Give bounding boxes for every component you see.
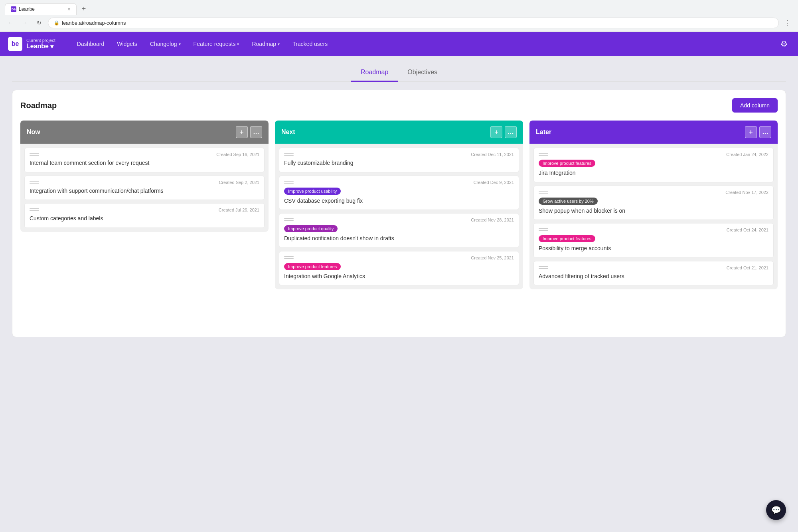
card-now-1-title: Internal team comment section for every … [30, 159, 259, 167]
back-button[interactable]: ← [5, 17, 16, 28]
tab-objectives[interactable]: Objectives [398, 64, 447, 82]
nav-roadmap[interactable]: Roadmap ▾ [246, 38, 285, 50]
card-later-3-title: Possibility to merge accounts [539, 245, 768, 253]
card-later-4-title: Advanced filtering of tracked users [539, 273, 768, 281]
card-later-3-tag: Improve product features [539, 235, 595, 242]
nav-changelog[interactable]: Changelog ▾ [144, 38, 186, 50]
project-chevron-icon: ▾ [50, 43, 53, 50]
drag-handle [284, 256, 294, 259]
browser-address-bar: ← → ↻ 🔒 leanbe.ai/roadmap-columns ⋮ [0, 15, 798, 32]
card-next-4-title: Integration with Google Analytics [284, 273, 514, 281]
column-later-header: Later + … [529, 121, 778, 144]
card-now-1-top: Created Sep 16, 2021 [30, 152, 259, 157]
nav-widgets[interactable]: Widgets [111, 38, 143, 50]
card-next-1-top: Created Dec 11, 2021 [284, 152, 514, 157]
column-next-title: Next [281, 129, 490, 136]
drag-handle [284, 153, 294, 156]
card-later-4-date: Created Oct 21, 2021 [727, 265, 768, 270]
nav-tracked-users[interactable]: Tracked users [287, 38, 333, 50]
card-later-2-date: Created Nov 17, 2022 [725, 190, 768, 195]
column-next-actions: + … [490, 126, 517, 138]
app-logo[interactable]: be Current project Leanbe ▾ [8, 37, 55, 51]
url-text: leanbe.ai/roadmap-columns [62, 20, 126, 26]
logo-icon: be [8, 37, 22, 51]
logo-text: Current project Leanbe ▾ [26, 38, 55, 50]
roadmap-container: Roadmap Add column Now + … [12, 90, 786, 337]
card-later-3[interactable]: Created Oct 24, 2021 Improve product fea… [533, 223, 774, 258]
feature-requests-chevron-icon: ▾ [237, 42, 239, 46]
new-tab-button[interactable]: + [78, 4, 89, 15]
drag-handle [539, 228, 548, 231]
card-next-3-date: Created Nov 28, 2021 [471, 218, 514, 222]
card-next-2-tag: Improve product usability [284, 188, 341, 195]
project-name: Leanbe ▾ [26, 43, 55, 50]
drag-handle [30, 181, 39, 184]
settings-icon[interactable]: ⚙ [778, 37, 790, 51]
card-next-4-tag: Improve product features [284, 263, 341, 270]
card-next-2-date: Created Dec 9, 2021 [473, 180, 514, 185]
card-later-1[interactable]: Created Jan 24, 2022 Improve product fea… [533, 148, 774, 182]
card-now-3-date: Created Jul 26, 2021 [219, 208, 259, 212]
browser-chrome: be Leanbe × + ← → ↻ 🔒 leanbe.ai/roadmap-… [0, 0, 798, 32]
card-now-1[interactable]: Created Sep 16, 2021 Internal team comme… [24, 148, 265, 172]
card-later-4[interactable]: Created Oct 21, 2021 Advanced filtering … [533, 261, 774, 286]
refresh-button[interactable]: ↻ [34, 17, 45, 28]
card-next-3-title: Duplicated notification doesn't show in … [284, 235, 514, 243]
drag-handle [539, 191, 548, 194]
forward-button[interactable]: → [19, 17, 30, 28]
roadmap-chevron-icon: ▾ [278, 42, 280, 46]
card-next-4-top: Created Nov 25, 2021 [284, 255, 514, 260]
column-next-add-button[interactable]: + [490, 126, 502, 138]
card-next-2[interactable]: Created Dec 9, 2021 Improve product usab… [279, 176, 519, 210]
card-next-2-title: CSV database exporting bug fix [284, 197, 514, 205]
column-now-title: Now [27, 129, 236, 136]
card-later-2[interactable]: Created Nov 17, 2022 Grow active users b… [533, 186, 774, 220]
column-later-title: Later [536, 129, 745, 136]
drag-handle [30, 153, 39, 156]
card-next-4[interactable]: Created Nov 25, 2021 Improve product fea… [279, 251, 519, 286]
column-now: Now + … Created Sep 16, [20, 121, 269, 289]
drag-handle [30, 208, 39, 212]
columns-wrapper: Now + … Created Sep 16, [20, 121, 778, 289]
column-later-more-button[interactable]: … [759, 126, 771, 138]
card-next-3-tag: Improve product quality [284, 225, 338, 232]
tab-label: Leanbe [19, 6, 35, 12]
column-now-add-button[interactable]: + [236, 126, 248, 138]
card-later-2-title: Show popup when ad blocker is on [539, 207, 768, 215]
nav-dashboard[interactable]: Dashboard [71, 38, 110, 50]
drag-handle [539, 266, 548, 269]
browser-tab-bar: be Leanbe × + [0, 0, 798, 15]
card-next-4-date: Created Nov 25, 2021 [471, 255, 514, 260]
browser-settings-button[interactable]: ⋮ [782, 17, 793, 28]
column-now-more-button[interactable]: … [250, 126, 262, 138]
tab-roadmap[interactable]: Roadmap [351, 64, 398, 82]
card-later-1-top: Created Jan 24, 2022 [539, 152, 768, 157]
tab-close-button[interactable]: × [67, 6, 71, 12]
nav-feature-requests[interactable]: Feature requests ▾ [188, 38, 245, 50]
roadmap-header: Roadmap Add column [20, 98, 778, 113]
drag-handle [284, 218, 294, 222]
main-nav: Dashboard Widgets Changelog ▾ Feature re… [71, 38, 778, 50]
card-now-2-date: Created Sep 2, 2021 [219, 180, 259, 185]
chat-button[interactable]: 💬 [766, 500, 786, 520]
column-next-more-button[interactable]: … [505, 126, 517, 138]
column-later-add-button[interactable]: + [745, 126, 757, 138]
card-next-1[interactable]: Created Dec 11, 2021 Fully customizable … [279, 148, 519, 172]
column-now-body: Created Sep 16, 2021 Internal team comme… [20, 144, 269, 232]
card-next-2-top: Created Dec 9, 2021 [284, 180, 514, 185]
column-next-header: Next + … [275, 121, 523, 144]
browser-tab[interactable]: be Leanbe × [5, 3, 77, 15]
card-now-2[interactable]: Created Sep 2, 2021 Integration with sup… [24, 176, 265, 200]
main-content: Roadmap Objectives Roadmap Add column No… [0, 56, 798, 349]
card-now-3-top: Created Jul 26, 2021 [30, 208, 259, 212]
roadmap-title: Roadmap [20, 101, 57, 110]
chat-icon: 💬 [771, 505, 781, 515]
url-bar[interactable]: 🔒 leanbe.ai/roadmap-columns [48, 18, 779, 28]
card-now-3[interactable]: Created Jul 26, 2021 Custom categories a… [24, 203, 265, 228]
add-column-button[interactable]: Add column [732, 98, 778, 113]
app-header: be Current project Leanbe ▾ Dashboard Wi… [0, 32, 798, 56]
card-later-4-top: Created Oct 21, 2021 [539, 265, 768, 270]
card-now-3-title: Custom categories and labels [30, 215, 259, 223]
card-next-3[interactable]: Created Nov 28, 2021 Improve product qua… [279, 213, 519, 248]
card-later-1-tag: Improve product features [539, 160, 595, 167]
